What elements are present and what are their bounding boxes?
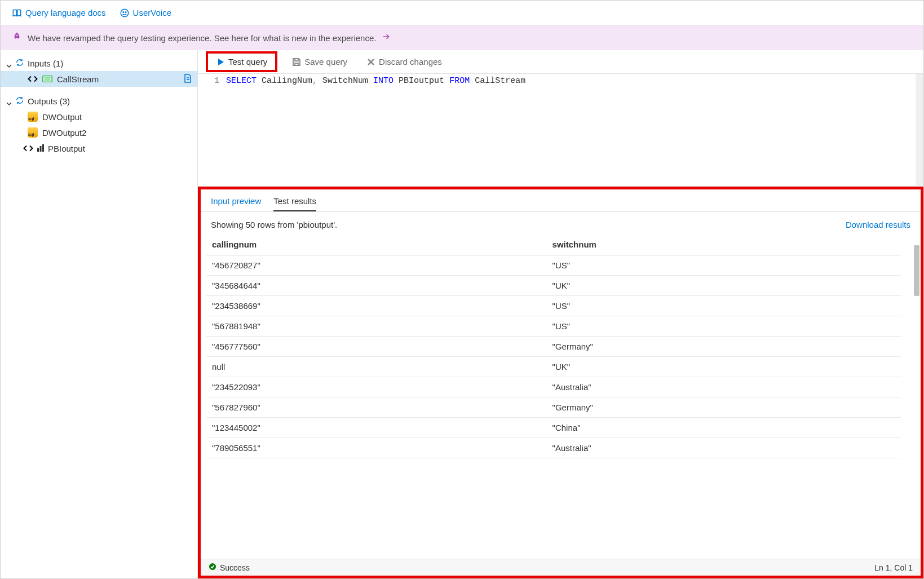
outputs-group: Outputs (3) DWOutput DWOutput2 PBIoutput <box>1 90 197 160</box>
save-icon <box>292 58 301 67</box>
line-number: 1 <box>214 76 219 86</box>
cell-callingnum: "234522093" <box>206 377 547 397</box>
cell-switchnum: "Australia" <box>547 438 901 458</box>
cell-callingnum: "567827960" <box>206 397 547 418</box>
table-row[interactable]: "567827960""Germany" <box>206 397 901 418</box>
sidebar-item-dwoutput2[interactable]: DWOutput2 <box>1 125 197 140</box>
rocket-icon <box>12 32 22 45</box>
svg-point-2 <box>125 11 126 12</box>
sidebar-item-dwoutput[interactable]: DWOutput <box>1 109 197 125</box>
kw-into: INTO <box>373 76 394 86</box>
tab-input-preview[interactable]: Input preview <box>211 196 261 211</box>
table-row[interactable]: "567881948""US" <box>206 316 901 337</box>
outputs-header[interactable]: Outputs (3) <box>1 94 197 109</box>
cell-callingnum: "234538669" <box>206 296 547 316</box>
results-table-wrap[interactable]: callingnum switchnum "456720827""US""345… <box>201 234 921 559</box>
code-out: PBIoutput <box>394 76 449 86</box>
cell-callingnum: "789056551" <box>206 438 547 458</box>
inputs-refresh-icon <box>15 58 24 69</box>
stream-icon <box>42 74 52 84</box>
save-query-button[interactable]: Save query <box>288 55 352 69</box>
save-query-label: Save query <box>304 57 347 67</box>
svg-point-0 <box>121 9 129 17</box>
discard-label: Discard changes <box>379 57 442 67</box>
cell-switchnum: "UK" <box>547 357 901 377</box>
col-switchnum[interactable]: switchnum <box>547 234 901 255</box>
arrow-right-icon[interactable] <box>382 32 391 43</box>
status-text: Success <box>220 563 250 572</box>
discard-changes-button[interactable]: Discard changes <box>362 55 446 69</box>
top-bar: Query language docs UserVoice <box>1 1 923 25</box>
test-query-highlight: Test query <box>206 51 277 72</box>
code-cols2: SwitchNum <box>317 76 373 86</box>
outputs-label: Outputs (3) <box>28 96 70 106</box>
table-header-row: callingnum switchnum <box>206 234 901 255</box>
sql-db-icon <box>28 112 38 122</box>
sidebar-item-label: DWOutput <box>42 112 82 122</box>
test-query-button[interactable]: Test query <box>211 55 272 69</box>
download-results-link[interactable]: Download results <box>846 220 910 229</box>
code-icon <box>28 74 38 84</box>
query-toolbar: Test query Save query Discard changes <box>198 50 923 74</box>
table-row[interactable]: "234522093""Australia" <box>206 377 901 397</box>
cell-callingnum: "456720827" <box>206 255 547 276</box>
table-row[interactable]: "345684644""UK" <box>206 276 901 296</box>
table-row[interactable]: null"UK" <box>206 357 901 377</box>
code-icon <box>23 143 33 153</box>
test-query-label: Test query <box>228 57 267 67</box>
table-row[interactable]: "456720827""US" <box>206 255 901 276</box>
cell-switchnum: "Germany" <box>547 337 901 357</box>
sidebar-item-pbioutput[interactable]: PBIoutput <box>1 140 197 156</box>
uservoice-link[interactable]: UserVoice <box>120 8 171 18</box>
svg-rect-7 <box>42 144 44 152</box>
table-row[interactable]: "123445002""China" <box>206 418 901 438</box>
table-row[interactable]: "234538669""US" <box>206 296 901 316</box>
svg-rect-6 <box>40 146 42 152</box>
results-header: Showing 50 rows from 'pbioutput'. Downlo… <box>201 212 921 234</box>
code-line[interactable]: SELECT CallingNum, SwitchNum INTO PBIout… <box>226 76 923 186</box>
kw-select: SELECT <box>226 76 257 86</box>
status-left: Success <box>209 563 250 572</box>
cell-switchnum: "UK" <box>547 276 901 296</box>
tab-test-results[interactable]: Test results <box>273 196 316 211</box>
inputs-header[interactable]: Inputs (1) <box>1 56 197 71</box>
results-tabs: Input preview Test results <box>201 189 921 212</box>
cell-switchnum: "Australia" <box>547 377 901 397</box>
svg-rect-4 <box>43 76 52 82</box>
success-icon <box>209 563 216 572</box>
code-cols: CallingNum <box>257 76 312 86</box>
document-icon[interactable] <box>184 74 192 85</box>
scroll-thumb[interactable] <box>914 245 919 296</box>
info-banner: We have revamped the query testing exper… <box>1 25 923 50</box>
cell-switchnum: "China" <box>547 418 901 438</box>
query-editor[interactable]: 1 SELECT CallingNum, SwitchNum INTO PBIo… <box>198 74 923 187</box>
inputs-label: Inputs (1) <box>28 59 63 68</box>
code-comma: , <box>312 76 317 86</box>
kw-from: FROM <box>449 76 470 86</box>
results-summary: Showing 50 rows from 'pbioutput'. <box>211 220 337 229</box>
docs-label: Query language docs <box>25 8 106 17</box>
sql-db-icon <box>28 127 38 138</box>
smile-icon <box>120 8 130 18</box>
caret-down-icon <box>6 61 12 67</box>
results-highlight: Input preview Test results Showing 50 ro… <box>198 187 923 578</box>
sidebar-item-callstream[interactable]: CallStream <box>1 71 197 87</box>
cell-switchnum: "US" <box>547 255 901 276</box>
cell-callingnum: "456777560" <box>206 337 547 357</box>
cursor-position: Ln 1, Col 1 <box>874 563 913 572</box>
editor-scrollbar[interactable] <box>916 74 923 186</box>
results-scrollbar[interactable] <box>913 234 921 559</box>
svg-point-3 <box>16 34 17 36</box>
sidebar-item-label: DWOutput2 <box>42 128 86 138</box>
table-row[interactable]: "456777560""Germany" <box>206 337 901 357</box>
uservoice-label: UserVoice <box>133 8 171 17</box>
col-callingnum[interactable]: callingnum <box>206 234 547 255</box>
caret-down-icon <box>6 99 12 104</box>
cell-switchnum: "US" <box>547 296 901 316</box>
table-row[interactable]: "789056551""Australia" <box>206 438 901 458</box>
query-language-docs-link[interactable]: Query language docs <box>12 8 106 18</box>
outputs-refresh-icon <box>15 96 24 107</box>
main-area: Inputs (1) CallStream <box>1 50 923 578</box>
sidebar: Inputs (1) CallStream <box>1 50 198 578</box>
cell-callingnum: "567881948" <box>206 316 547 337</box>
